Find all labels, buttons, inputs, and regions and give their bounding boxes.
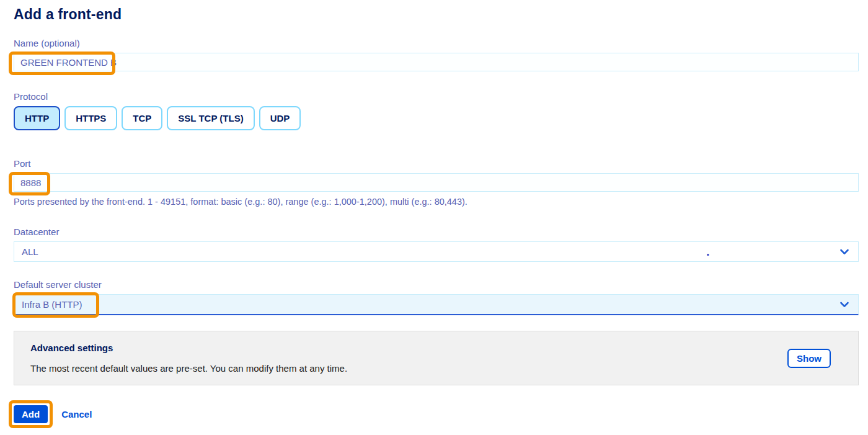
cluster-label: Default server cluster — [14, 279, 859, 290]
chevron-down-icon — [839, 300, 849, 310]
protocol-label: Protocol — [14, 91, 859, 102]
cluster-selected-value: Infra B (HTTP) — [22, 299, 82, 310]
datacenter-field-group: Datacenter ALL . — [14, 226, 859, 262]
cancel-link[interactable]: Cancel — [61, 409, 92, 419]
advanced-settings-title: Advanced settings — [30, 343, 347, 353]
cluster-field-group: Default server cluster Infra B (HTTP) — [14, 279, 859, 315]
name-label: Name (optional) — [14, 38, 859, 48]
page-title: Add a front-end — [14, 6, 859, 23]
port-label: Port — [14, 158, 859, 169]
advanced-settings-description: The most recent default values are pre-s… — [30, 363, 347, 374]
name-input[interactable] — [14, 53, 859, 71]
protocol-button-https[interactable]: HTTPS — [64, 106, 117, 130]
show-button[interactable]: Show — [787, 349, 831, 368]
name-field-group: Name (optional) — [14, 38, 859, 71]
advanced-settings-panel: Advanced settings The most recent defaul… — [14, 331, 859, 385]
datacenter-select[interactable]: ALL . — [14, 241, 859, 262]
port-help-text: Ports presented by the front-end. 1 - 49… — [14, 197, 859, 207]
protocol-button-row: HTTP HTTPS TCP SSL TCP (TLS) UDP — [14, 106, 859, 130]
cluster-select[interactable]: Infra B (HTTP) — [14, 294, 859, 315]
port-field-group: Port Ports presented by the front-end. 1… — [14, 158, 859, 207]
port-input[interactable] — [14, 173, 859, 192]
add-button[interactable]: Add — [14, 405, 48, 423]
protocol-button-http[interactable]: HTTP — [14, 106, 60, 130]
chevron-down-icon — [839, 247, 849, 257]
protocol-button-udp[interactable]: UDP — [259, 106, 301, 130]
add-frontend-form: Add a front-end Name (optional) Protocol… — [0, 0, 868, 435]
protocol-button-tcp[interactable]: TCP — [122, 106, 162, 130]
advanced-settings-text: Advanced settings The most recent defaul… — [30, 343, 347, 374]
form-actions: Add Cancel — [14, 405, 859, 423]
stray-period-character: . — [706, 242, 710, 261]
add-button-wrapper: Add — [14, 405, 48, 423]
datacenter-selected-value: ALL — [22, 246, 38, 257]
protocol-field-group: Protocol HTTP HTTPS TCP SSL TCP (TLS) UD… — [14, 91, 859, 130]
protocol-button-ssl-tcp-tls[interactable]: SSL TCP (TLS) — [167, 106, 254, 130]
datacenter-label: Datacenter — [14, 226, 859, 237]
